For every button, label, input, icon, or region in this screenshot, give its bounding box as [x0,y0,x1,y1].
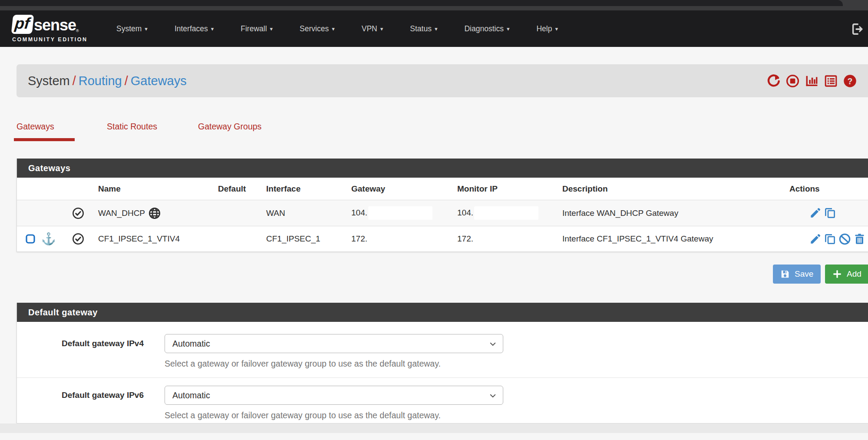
menu-vpn-label: VPN [362,24,377,33]
menu-system[interactable]: System ▾ [116,24,148,33]
breadcrumb-bar: System/Routing/Gateways [17,64,868,97]
default-gateway-ipv6-select[interactable]: Automatic [165,386,503,405]
default-gateway-ipv6-row: Default gateway IPv6 Automatic Select a … [17,377,868,423]
gateways-table-header: Name Default Interface Gateway Monitor I… [17,178,868,200]
log-icon[interactable] [824,74,838,88]
menu-system-label: System [116,24,142,33]
chevron-down-icon: ▾ [555,26,558,32]
select-value: Automatic [172,339,210,349]
menu-interfaces[interactable]: Interfaces ▾ [175,24,214,33]
select-value: Automatic [172,390,210,400]
menu-status-label: Status [410,24,432,33]
save-button[interactable]: Save [773,265,821,284]
edit-icon[interactable] [809,233,821,245]
menu-firewall-label: Firewall [241,24,267,33]
chevron-down-icon: ▾ [270,26,273,32]
floppy-icon [780,269,790,279]
default-gateway-ipv6-label: Default gateway IPv6 [17,386,144,420]
breadcrumb-section: System [28,74,70,88]
chevron-down-icon: ▾ [211,26,214,32]
save-button-label: Save [795,269,813,279]
default-gateway-ipv6-help: Select a gateway or failover gateway gro… [165,410,503,420]
column-monitor-ip: Monitor IP [457,184,562,194]
column-interface: Interface [266,184,351,194]
gateway-name: CF1_IPSEC_1_VTIV4 [98,234,180,244]
add-button-label: Add [847,269,861,279]
tab-gateway-groups[interactable]: Gateway Groups [198,122,261,141]
column-name: Name [98,184,218,194]
default-gateway-ipv4-select[interactable]: Automatic [165,334,503,353]
column-description: Description [562,184,789,194]
refresh-icon[interactable] [767,74,780,88]
svg-text:?: ? [848,76,853,86]
anchor-icon: ⚓ [41,233,56,245]
breadcrumb-link-gateways[interactable]: Gateways [131,74,187,88]
copy-icon[interactable] [824,233,836,245]
default-gateway-panel-title: Default gateway [17,303,868,322]
gateway-interface: WAN [266,208,351,218]
chevron-down-icon [489,392,497,400]
menu-diagnostics[interactable]: Diagnostics ▾ [464,24,509,33]
check-circle-icon [72,233,84,245]
redacted-ip [474,232,538,246]
table-row-cf1-ipsec: ⚓ CF1_IPSEC_1_VTIV4 CF1_IPSEC_1 172. 172… [17,226,868,251]
sign-out-icon[interactable] [851,23,864,36]
gateway-interface: CF1_IPSEC_1 [266,234,351,244]
column-default: Default [218,184,266,194]
menu-help[interactable]: Help ▾ [536,24,558,33]
menu-services-label: Services [300,24,329,33]
default-gateway-panel: Default gateway Default gateway IPv4 Aut… [17,303,868,423]
monitor-ip: 172. [457,234,473,243]
chevron-down-icon: ▾ [145,26,148,32]
edit-icon[interactable] [809,207,821,219]
chevron-down-icon: ▾ [507,26,510,32]
gateway-description: Interface WAN_DHCP Gateway [562,208,789,218]
menu-diagnostics-label: Diagnostics [464,24,503,33]
redacted-ip [368,232,432,246]
menu-status[interactable]: Status ▾ [410,24,437,33]
logo-registered: ® [76,29,79,34]
redacted-ip [474,206,538,220]
breadcrumb-link-routing[interactable]: Routing [79,74,122,88]
table-row-wan-dhcp: WAN_DHCP WAN 104. 104. Interface WAN_DHC… [17,200,868,226]
gateway-name: WAN_DHCP [98,208,145,218]
menu-firewall[interactable]: Firewall ▾ [241,24,273,33]
delete-icon[interactable] [854,233,865,245]
menu-vpn[interactable]: VPN ▾ [362,24,383,33]
breadcrumb-action-icons: ? [767,64,857,97]
logo-subtitle: COMMUNITY EDITION [12,36,95,43]
disable-icon[interactable] [839,233,851,245]
gateways-panel: Gateways Name Default Interface Gateway … [17,159,868,252]
menu-services[interactable]: Services ▾ [300,24,335,33]
breadcrumb: System/Routing/Gateways [28,74,187,88]
page-bottom-strip [0,423,868,433]
plus-icon [832,269,842,279]
breadcrumb-separator: / [122,74,131,88]
chevron-down-icon [489,340,497,348]
square-icon [25,234,36,244]
copy-icon[interactable] [824,207,836,219]
help-icon[interactable]: ? [843,74,857,88]
redacted-ip [368,206,432,220]
gateway-ip: 104. [351,208,367,217]
top-navbar: pf sense ® COMMUNITY EDITION System ▾ In… [0,10,868,47]
chart-icon[interactable] [805,74,818,88]
table-buttons-row: Save Add [17,265,868,284]
chevron-down-icon: ▾ [435,26,438,32]
column-gateway: Gateway [351,184,457,194]
column-actions: Actions [789,184,868,194]
window-top-strip [0,0,868,10]
chevron-down-icon: ▾ [380,26,383,32]
stop-circle-icon[interactable] [786,74,799,88]
gateways-panel-title: Gateways [17,159,868,178]
pfsense-logo[interactable]: pf sense ® COMMUNITY EDITION [12,15,95,43]
tab-static-routes[interactable]: Static Routes [107,122,198,141]
default-gateway-ipv4-row: Default gateway IPv4 Automatic Select a … [17,322,868,377]
tab-gateways[interactable]: Gateways [17,122,72,141]
main-menu: System ▾ Interfaces ▾ Firewall ▾ Service… [116,24,558,33]
add-button[interactable]: Add [825,265,868,284]
chevron-down-icon: ▾ [332,26,335,32]
gateway-description: Interface CF1_IPSEC_1_VTIV4 Gateway [562,234,789,244]
window-dark-cap [0,0,843,6]
breadcrumb-separator: / [70,74,79,88]
